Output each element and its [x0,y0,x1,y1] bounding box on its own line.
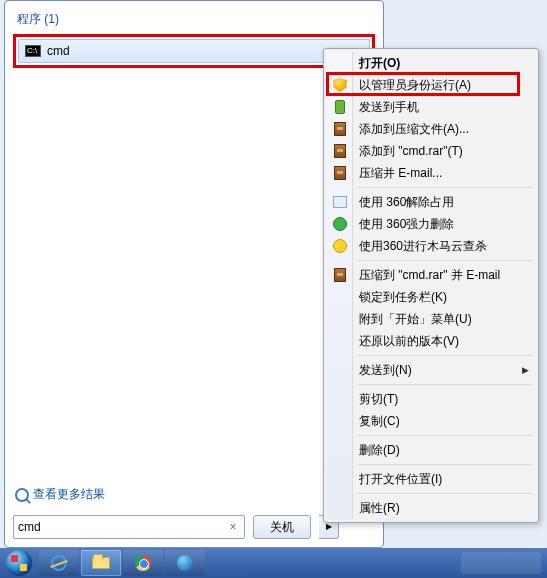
menu-compress-email[interactable]: 压缩并 E-mail... [327,162,535,184]
menu-open-label: 打开(O) [359,55,400,72]
menu-delete[interactable]: 删除(D) [327,439,535,461]
menu-360-cloud-scan[interactable]: 使用360进行木马云查杀 [327,235,535,257]
menu-separator [357,493,533,494]
search-icon [15,488,29,502]
start-button[interactable] [0,548,38,578]
menu-add-archive-label: 添加到压缩文件(A)... [359,121,469,138]
search-input[interactable] [18,520,226,534]
folder-icon [92,557,110,569]
search-result-cmd[interactable]: C:\ cmd [18,39,370,63]
menu-360-unlock-label: 使用 360解除占用 [359,194,454,211]
rar-icon [332,121,348,137]
360-yellow-icon [332,238,348,254]
menu-copy-label: 复制(C) [359,413,400,430]
menu-run-as-admin-label: 以管理员身份运行(A) [359,77,471,94]
menu-send-to[interactable]: 发送到(N) ▶ [327,359,535,381]
menu-properties[interactable]: 属性(R) [327,497,535,519]
menu-separator [357,464,533,465]
taskbar-explorer[interactable] [81,550,121,576]
menu-send-to-phone-label: 发送到手机 [359,99,419,116]
taskbar-browser[interactable] [165,550,205,576]
menu-properties-label: 属性(R) [359,500,400,517]
menu-send-to-phone[interactable]: 发送到手机 [327,96,535,118]
search-box[interactable]: × [13,515,245,539]
search-result-label: cmd [47,44,70,58]
rar-icon [332,143,348,159]
menu-pin-taskbar[interactable]: 锁定到任务栏(K) [327,286,535,308]
globe-icon [177,555,193,571]
menu-add-cmd-rar[interactable]: 添加到 "cmd.rar"(T) [327,140,535,162]
section-title-programs: 程序 (1) [13,7,375,34]
highlight-box-result: C:\ cmd [13,34,375,68]
chrome-icon [135,555,151,571]
windows-orb-icon [6,550,32,576]
taskbar [0,548,547,578]
menu-separator [357,435,533,436]
see-more-results-label: 查看更多结果 [33,486,105,503]
menu-separator [357,260,533,261]
search-row: × 关机 ▶ [13,515,375,539]
menu-360-force-delete-label: 使用 360强力删除 [359,216,454,233]
menu-pin-start[interactable]: 附到「开始」菜单(U) [327,308,535,330]
cmd-icon: C:\ [25,45,41,57]
menu-compress-email-label: 压缩并 E-mail... [359,165,442,182]
phone-icon [332,99,348,115]
rar-icon [332,165,348,181]
menu-360-unlock[interactable]: 使用 360解除占用 [327,191,535,213]
menu-open[interactable]: 打开(O) [327,52,535,74]
submenu-arrow-icon: ▶ [522,365,529,375]
menu-compress-rar-email[interactable]: 压缩到 "cmd.rar" 并 E-mail [327,264,535,286]
menu-restore-previous[interactable]: 还原以前的版本(V) [327,330,535,352]
taskbar-chrome[interactable] [123,550,163,576]
menu-compress-rar-email-label: 压缩到 "cmd.rar" 并 E-mail [359,267,500,284]
shield-icon [332,77,348,93]
menu-add-archive[interactable]: 添加到压缩文件(A)... [327,118,535,140]
menu-360-cloud-scan-label: 使用360进行木马云查杀 [359,238,487,255]
see-more-results-link[interactable]: 查看更多结果 [15,486,105,503]
context-menu: 打开(O) 以管理员身份运行(A) 发送到手机 添加到压缩文件(A)... 添加… [323,48,539,523]
ie-icon [51,555,67,571]
menu-360-force-delete[interactable]: 使用 360强力删除 [327,213,535,235]
taskbar-ie[interactable] [39,550,79,576]
menu-cut[interactable]: 剪切(T) [327,388,535,410]
shutdown-button[interactable]: 关机 [253,515,311,539]
menu-delete-label: 删除(D) [359,442,400,459]
menu-copy[interactable]: 复制(C) [327,410,535,432]
box-icon [332,194,348,210]
menu-cut-label: 剪切(T) [359,391,398,408]
menu-pin-start-label: 附到「开始」菜单(U) [359,311,472,328]
menu-separator [357,355,533,356]
menu-separator [357,187,533,188]
menu-pin-taskbar-label: 锁定到任务栏(K) [359,289,447,306]
clear-search-button[interactable]: × [226,520,240,534]
taskbar-tray-area [461,552,541,574]
menu-send-to-label: 发送到(N) [359,362,412,379]
menu-add-cmd-rar-label: 添加到 "cmd.rar"(T) [359,143,463,160]
360-green-icon [332,216,348,232]
menu-run-as-admin[interactable]: 以管理员身份运行(A) [327,74,535,96]
menu-open-file-location[interactable]: 打开文件位置(I) [327,468,535,490]
menu-restore-previous-label: 还原以前的版本(V) [359,333,459,350]
menu-separator [357,384,533,385]
menu-open-file-location-label: 打开文件位置(I) [359,471,442,488]
rar-icon [332,267,348,283]
